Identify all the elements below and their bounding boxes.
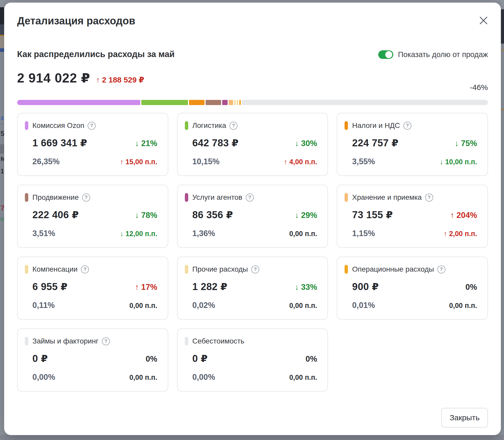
help-icon[interactable]: ? xyxy=(403,122,411,130)
share-of-sales: 0,02% xyxy=(192,301,215,310)
backdrop-artifact xyxy=(501,9,504,44)
category-label: Налоги и НДС xyxy=(352,121,400,130)
share-delta-pp: ↑ 2,00 п.п. xyxy=(444,230,477,238)
toggle-knob xyxy=(385,51,392,58)
share-delta-pp: 0,00 п.п. xyxy=(449,302,477,310)
backdrop-bottom-strip xyxy=(0,435,504,440)
category-color-dot xyxy=(345,265,348,274)
share-of-sales: 3,55% xyxy=(352,157,375,166)
expense-details-modal: Детализация расходов Как распределились … xyxy=(4,3,501,435)
modal-title: Детализация расходов xyxy=(17,15,135,27)
help-icon[interactable]: ? xyxy=(246,194,254,202)
expense-card: Услуги агентов ? 86 356 ₽ ↓ 29% 1,36% 0,… xyxy=(177,185,328,248)
share-of-sales: 0,00% xyxy=(32,373,55,382)
expense-delta: ↓ 21% xyxy=(135,139,157,148)
section-subtitle: Как распределились расходы за май xyxy=(17,49,175,59)
help-icon[interactable]: ? xyxy=(437,265,445,273)
expense-delta: ↑ 204% xyxy=(450,211,477,220)
share-delta-pp: 0,00 п.п. xyxy=(289,230,317,238)
total-expenses-row: 2 914 022 ₽ ↑ 2 188 529 ₽ xyxy=(17,71,144,86)
show-share-toggle[interactable] xyxy=(378,50,393,59)
expense-value: 86 356 ₽ xyxy=(192,209,233,221)
expense-distribution-bar xyxy=(17,100,488,105)
close-button[interactable]: Закрыть xyxy=(441,408,488,428)
expense-delta: 0% xyxy=(306,354,317,364)
category-color-dot xyxy=(25,265,28,274)
share-of-sales: 1,15% xyxy=(352,229,375,238)
share-delta-pp: 0,00 п.п. xyxy=(129,302,157,310)
help-icon[interactable]: ? xyxy=(102,337,110,345)
help-icon[interactable]: ? xyxy=(82,194,90,202)
help-icon[interactable]: ? xyxy=(88,122,96,130)
category-color-dot xyxy=(25,337,28,346)
category-label: Хранение и приемка xyxy=(352,193,422,202)
category-label: Логистика xyxy=(192,121,226,130)
backdrop-artifact xyxy=(0,124,4,125)
bar-segment xyxy=(222,100,228,105)
share-of-sales: 0,01% xyxy=(352,301,375,310)
expense-card: Налоги и НДС ? 224 757 ₽ ↓ 75% 3,55% ↓ 1… xyxy=(337,113,488,176)
category-label: Прочие расходы xyxy=(192,265,248,273)
category-label: Комиссия Ozon xyxy=(32,121,84,130)
help-icon[interactable]: ? xyxy=(229,122,237,130)
backdrop-artifact xyxy=(501,109,504,110)
card-label-row: Логистика ? xyxy=(192,121,238,130)
card-label-row: Займы и факторинг ? xyxy=(32,337,110,346)
share-delta-pp: 0,00 п.п. xyxy=(289,302,317,310)
expense-value: 224 757 ₽ xyxy=(352,137,398,149)
backdrop-artifact xyxy=(0,7,4,24)
bar-segment xyxy=(237,100,238,105)
share-toggle-row: Показать долю от продаж xyxy=(378,50,488,59)
expense-delta: ↓ 29% xyxy=(295,211,317,220)
bar-segment xyxy=(234,100,236,105)
share-of-sales: 10,15% xyxy=(192,157,220,166)
share-of-sales: 26,35% xyxy=(32,157,60,166)
expense-delta: ↑ 17% xyxy=(135,283,157,292)
expense-delta: ↓ 30% xyxy=(295,139,317,148)
expense-value: 1 669 341 ₽ xyxy=(32,137,87,149)
category-label: Займы и факторинг xyxy=(32,337,99,345)
close-icon[interactable] xyxy=(477,14,490,27)
bar-segment xyxy=(239,100,241,105)
share-delta-pp: ↑ 4,00 п.п. xyxy=(284,158,317,166)
expense-card: Прочие расходы ? 1 282 ₽ ↓ 33% 0,02% 0,0… xyxy=(177,257,328,320)
backdrop-artifact xyxy=(0,24,4,35)
backdrop-left-strip: з5м1С7 xyxy=(0,0,4,440)
expense-delta: ↓ 78% xyxy=(135,211,157,220)
share-of-sales: 0,00% xyxy=(192,373,215,382)
category-color-dot xyxy=(25,193,28,202)
category-label: Себестоимость xyxy=(192,337,244,345)
expense-value: 1 282 ₽ xyxy=(192,281,228,292)
expense-delta: 0% xyxy=(465,283,477,292)
help-icon[interactable]: ? xyxy=(425,194,433,202)
category-color-dot xyxy=(25,121,28,130)
total-expenses-delta: ↑ 2 188 529 ₽ xyxy=(96,75,144,84)
card-label-row: Операционные расходы ? xyxy=(352,265,445,274)
backdrop-artifact xyxy=(0,217,4,221)
expense-card: Займы и факторинг ? 0 ₽ 0% 0,00% 0,00 п.… xyxy=(17,328,168,391)
toggle-label: Показать долю от продаж xyxy=(398,50,488,59)
help-icon[interactable]: ? xyxy=(81,265,89,273)
bar-segment xyxy=(189,100,205,105)
backdrop-artifact xyxy=(0,144,4,154)
share-delta-pp: 0,00 п.п. xyxy=(129,374,157,382)
category-color-dot xyxy=(345,193,348,202)
expense-card: Логистика ? 642 783 ₽ ↓ 30% 10,15% ↑ 4,0… xyxy=(177,113,328,176)
expense-value: 0 ₽ xyxy=(192,353,208,364)
total-change-percent: -46% xyxy=(470,83,488,92)
expense-value: 0 ₽ xyxy=(32,353,48,364)
card-label-row: Продвижение ? xyxy=(32,193,90,202)
help-icon[interactable]: ? xyxy=(251,265,259,273)
backdrop-text-fragment: 5 xyxy=(1,130,4,137)
share-of-sales: 0,11% xyxy=(32,301,55,310)
expense-card: Комиссия Ozon ? 1 669 341 ₽ ↓ 21% 26,35%… xyxy=(17,113,168,176)
share-of-sales: 3,51% xyxy=(32,229,55,238)
backdrop-artifact xyxy=(501,49,504,51)
bar-segment xyxy=(229,100,233,105)
category-color-dot xyxy=(185,193,188,202)
expense-cards-grid: Комиссия Ozon ? 1 669 341 ₽ ↓ 21% 26,35%… xyxy=(17,113,488,391)
share-of-sales: 1,36% xyxy=(192,229,215,238)
expense-card: Операционные расходы ? 900 ₽ 0% 0,01% 0,… xyxy=(337,257,488,320)
share-delta-pp: 0,00 п.п. xyxy=(289,374,317,382)
expense-value: 6 955 ₽ xyxy=(32,281,68,292)
